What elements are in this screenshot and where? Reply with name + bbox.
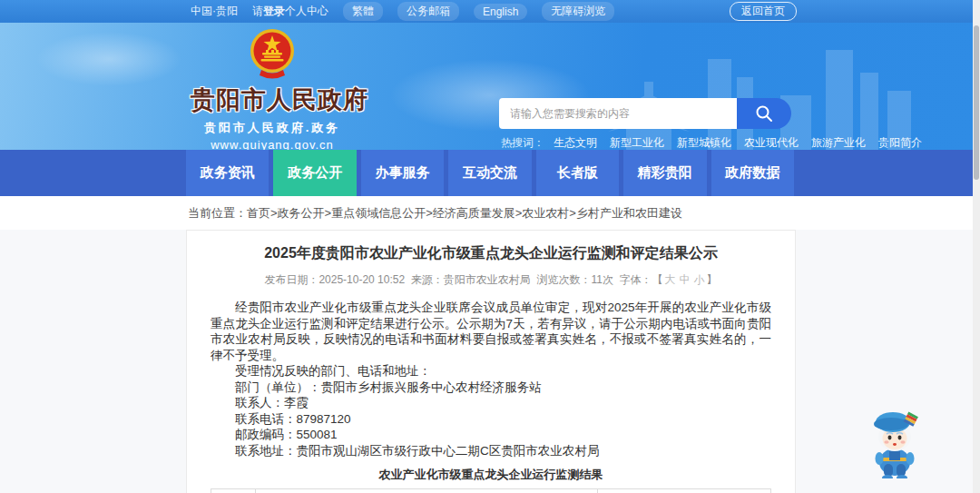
nav-tab-senior[interactable]: 长者版 — [536, 150, 619, 196]
paragraph-contact-phone: 联系电话：87987120 — [211, 411, 771, 428]
breadcrumb-label: 当前位置： — [188, 206, 247, 220]
hot-word-industry[interactable]: 新型工业化 — [610, 135, 664, 150]
region-link[interactable]: 中国·贵阳 — [191, 4, 238, 19]
font-size-small-button[interactable]: 小 — [694, 273, 705, 286]
login-link[interactable]: 请登录个人中心 — [252, 4, 328, 19]
hot-word-ecology[interactable]: 生态文明 — [554, 135, 597, 150]
article-body: 经贵阳市农业产业化市级重点龙头企业联席会议成员单位审定，现对2025年开展的农业… — [211, 300, 771, 458]
hot-search-label: 热搜词： — [501, 135, 544, 150]
search-button[interactable] — [737, 98, 791, 129]
font-size-medium-button[interactable]: 中 — [680, 273, 691, 286]
article-card: 2025年度贵阳市农业产业化市级重点龙头企业运行监测和评定结果公示 发布日期：2… — [186, 230, 796, 493]
hot-word-urbanization[interactable]: 新型城镇化 — [677, 135, 731, 150]
search-bar — [499, 98, 791, 129]
scrollbar-thumb[interactable] — [974, 25, 979, 180]
hot-search-row: 热搜词： 生态文明 新型工业化 新型城镇化 农业现代化 旅游产业化 贵阳简介 — [501, 135, 935, 150]
search-icon — [754, 104, 774, 123]
login-bold: 登录 — [263, 5, 285, 17]
nav-tab-interaction[interactable]: 互动交流 — [448, 150, 531, 196]
hot-word-tourism[interactable]: 旅游产业化 — [811, 135, 866, 150]
table-caption: 农业产业化市级重点龙头企业运行监测结果 — [211, 467, 771, 483]
paragraph: 经贵阳市农业产业化市级重点龙头企业联席会议成员单位审定，现对2025年开展的农业… — [211, 300, 771, 363]
site-logo-block[interactable]: 贵阳市人民政府 贵阳市人民政府.政务 www.guiyang.gov.cn — [191, 27, 354, 150]
english-link[interactable]: English — [474, 4, 527, 20]
nav-tab-data[interactable]: 政府数据 — [711, 150, 794, 196]
article-title: 2025年度贵阳市农业产业化市级重点龙头企业运行监测和评定结果公示 — [211, 244, 771, 263]
nav-tab-highlights[interactable]: 精彩贵阳 — [623, 150, 706, 196]
accessibility-link[interactable]: 无障碍浏览 — [542, 2, 614, 21]
traditional-chinese-link[interactable]: 繁體 — [343, 2, 383, 21]
assistant-mascot-button[interactable] — [866, 406, 924, 482]
site-title: 贵阳市人民政府 — [191, 84, 354, 116]
top-utility-bar: 中国·贵阳 请登录个人中心 繁體 公务邮箱 English 无障碍浏览 返回首页 — [0, 0, 980, 23]
mascot-icon — [866, 406, 924, 478]
nav-tab-gov-disclosure[interactable]: 政务公开 — [273, 150, 356, 196]
site-url: www.guiyang.gov.cn — [191, 138, 354, 150]
page-scrollbar[interactable] — [973, 0, 980, 493]
table-header-row: 序号 企业名称 监测结果 — [211, 489, 771, 493]
paragraph-postal-code: 邮政编码：550081 — [211, 427, 771, 443]
col-header-result: 监测结果 — [597, 489, 770, 493]
hot-word-intro[interactable]: 贵阳简介 — [878, 135, 922, 150]
nav-tab-services[interactable]: 办事服务 — [361, 150, 444, 196]
login-suffix: 个人中心 — [285, 5, 328, 17]
breadcrumb: 当前位置：首页>政务公开>重点领域信息公开>经济高质量发展>农业农村>乡村产业和… — [0, 196, 980, 230]
article-meta: 发布日期：2025-10-20 10:52 来源：贵阳市农业农村局 浏览次数：1… — [211, 272, 771, 288]
national-emblem-icon — [249, 27, 296, 82]
official-mail-link[interactable]: 公务邮箱 — [397, 2, 459, 21]
col-header-no: 序号 — [211, 489, 256, 493]
main-navigation: 政务资讯 政务公开 办事服务 互动交流 长者版 精彩贵阳 政府数据 — [0, 150, 980, 196]
back-home-button[interactable]: 返回首页 — [730, 2, 797, 21]
publish-date: 发布日期：2025-10-20 10:52 — [264, 273, 405, 286]
monitoring-results-table: 序号 企业名称 监测结果 1 贵州合力超市采购有限公司 合格 2 贵州友禾种业有… — [211, 488, 771, 493]
col-header-company: 企业名称 — [256, 489, 597, 493]
font-size-large-button[interactable]: 大 — [665, 273, 676, 286]
paragraph-department: 部门（单位）：贵阳市乡村振兴服务中心农村经济服务站 — [211, 380, 771, 396]
hot-word-agriculture[interactable]: 农业现代化 — [744, 135, 799, 150]
content-area: 2025年度贵阳市农业产业化市级重点龙头企业运行监测和评定结果公示 发布日期：2… — [0, 230, 980, 493]
search-input[interactable] — [499, 98, 737, 129]
cloud-decoration — [36, 32, 181, 86]
paragraph-contact-address: 联系地址：贵阳市观山湖区市级行政中心二期C区贵阳市农业农村局 — [211, 443, 771, 459]
view-count: 浏览次数：11次 — [536, 273, 612, 286]
paragraph: 受理情况反映的部门、电话和地址： — [211, 363, 771, 380]
breadcrumb-path[interactable]: 首页>政务公开>重点领域信息公开>经济高质量发展>农业农村>乡村产业和农田建设 — [247, 206, 682, 220]
nav-tab-news[interactable]: 政务资讯 — [186, 150, 269, 196]
city-skyline-decoration — [599, 41, 926, 150]
paragraph-contact-person: 联系人：李霞 — [211, 395, 771, 411]
login-prefix: 请 — [252, 5, 263, 17]
article-source: 来源：贵阳市农业农村局 — [411, 273, 531, 286]
font-size-label: 字体：【 — [620, 273, 663, 286]
site-header: 贵阳市人民政府 贵阳市人民政府.政务 www.guiyang.gov.cn 热搜… — [0, 23, 980, 150]
site-subtitle: 贵阳市人民政府.政务 — [191, 120, 354, 136]
font-size-label-close: 】 — [707, 273, 718, 286]
